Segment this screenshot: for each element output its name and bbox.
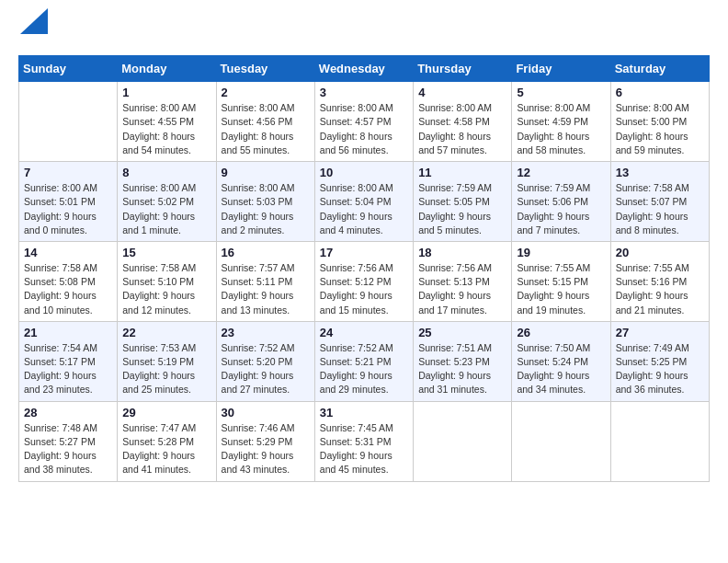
cell-4-4 (414, 401, 512, 481)
cell-2-3: 17Sunrise: 7:56 AMSunset: 5:12 PMDayligh… (314, 241, 413, 321)
day-info: Sunrise: 7:53 AMSunset: 5:19 PMDaylight:… (122, 341, 210, 397)
day-number: 7 (24, 166, 112, 179)
cell-1-5: 12Sunrise: 7:59 AMSunset: 5:06 PMDayligh… (512, 162, 610, 242)
cell-4-2: 30Sunrise: 7:46 AMSunset: 5:29 PMDayligh… (216, 401, 314, 481)
cell-1-6: 13Sunrise: 7:58 AMSunset: 5:07 PMDayligh… (610, 162, 709, 242)
cell-3-2: 23Sunrise: 7:52 AMSunset: 5:20 PMDayligh… (216, 321, 314, 401)
day-number: 11 (418, 166, 506, 179)
day-number: 12 (517, 166, 605, 179)
header-monday: Monday (118, 56, 216, 82)
cell-1-3: 10Sunrise: 8:00 AMSunset: 5:04 PMDayligh… (314, 162, 413, 242)
cell-0-4: 4Sunrise: 8:00 AMSunset: 4:58 PMDaylight… (414, 82, 512, 162)
cell-1-4: 11Sunrise: 7:59 AMSunset: 5:05 PMDayligh… (414, 162, 512, 242)
cell-2-6: 20Sunrise: 7:55 AMSunset: 5:16 PMDayligh… (610, 241, 709, 321)
cell-3-5: 26Sunrise: 7:50 AMSunset: 5:24 PMDayligh… (512, 321, 610, 401)
day-number: 31 (320, 406, 408, 419)
cell-1-0: 7Sunrise: 8:00 AMSunset: 5:01 PMDaylight… (19, 162, 118, 242)
day-number: 8 (122, 166, 210, 179)
cell-3-4: 25Sunrise: 7:51 AMSunset: 5:23 PMDayligh… (414, 321, 512, 401)
day-info: Sunrise: 8:00 AMSunset: 4:55 PMDaylight:… (122, 101, 210, 157)
cell-0-5: 5Sunrise: 8:00 AMSunset: 4:59 PMDaylight… (512, 82, 610, 162)
cell-3-1: 22Sunrise: 7:53 AMSunset: 5:19 PMDayligh… (118, 321, 216, 401)
day-number: 19 (517, 246, 605, 259)
day-number: 15 (122, 246, 210, 259)
day-number: 13 (616, 166, 704, 179)
day-info: Sunrise: 7:49 AMSunset: 5:25 PMDaylight:… (616, 341, 704, 397)
day-number: 29 (122, 406, 210, 419)
week-row-0: 1Sunrise: 8:00 AMSunset: 4:55 PMDaylight… (19, 82, 710, 162)
day-number: 30 (222, 406, 310, 419)
day-info: Sunrise: 7:46 AMSunset: 5:29 PMDaylight:… (222, 421, 310, 477)
cell-0-2: 2Sunrise: 8:00 AMSunset: 4:56 PMDaylight… (216, 82, 314, 162)
day-info: Sunrise: 7:54 AMSunset: 5:17 PMDaylight:… (24, 341, 112, 397)
page-header (18, 18, 710, 40)
day-info: Sunrise: 7:55 AMSunset: 5:16 PMDaylight:… (616, 261, 704, 317)
header-wednesday: Wednesday (314, 56, 413, 82)
day-number: 14 (24, 246, 112, 259)
day-number: 22 (122, 326, 210, 339)
day-info: Sunrise: 7:48 AMSunset: 5:27 PMDaylight:… (24, 421, 112, 477)
day-info: Sunrise: 7:47 AMSunset: 5:28 PMDaylight:… (122, 421, 210, 477)
week-row-4: 28Sunrise: 7:48 AMSunset: 5:27 PMDayligh… (19, 401, 710, 481)
day-info: Sunrise: 7:45 AMSunset: 5:31 PMDaylight:… (320, 421, 408, 477)
day-info: Sunrise: 8:00 AMSunset: 5:02 PMDaylight:… (122, 181, 210, 237)
week-row-3: 21Sunrise: 7:54 AMSunset: 5:17 PMDayligh… (19, 321, 710, 401)
header-thursday: Thursday (414, 56, 512, 82)
day-number: 20 (616, 246, 704, 259)
header-sunday: Sunday (19, 56, 118, 82)
day-number: 6 (616, 86, 704, 99)
day-info: Sunrise: 8:00 AMSunset: 4:59 PMDaylight:… (517, 101, 605, 157)
cell-2-4: 18Sunrise: 7:56 AMSunset: 5:13 PMDayligh… (414, 241, 512, 321)
day-number: 4 (418, 86, 506, 99)
day-number: 1 (122, 86, 210, 99)
day-number: 21 (24, 326, 112, 339)
day-info: Sunrise: 8:00 AMSunset: 5:03 PMDaylight:… (222, 181, 310, 237)
day-info: Sunrise: 8:00 AMSunset: 5:01 PMDaylight:… (24, 181, 112, 237)
day-info: Sunrise: 7:51 AMSunset: 5:23 PMDaylight:… (418, 341, 506, 397)
cell-0-1: 1Sunrise: 8:00 AMSunset: 4:55 PMDaylight… (118, 82, 216, 162)
day-info: Sunrise: 7:50 AMSunset: 5:24 PMDaylight:… (517, 341, 605, 397)
cell-4-0: 28Sunrise: 7:48 AMSunset: 5:27 PMDayligh… (19, 401, 118, 481)
day-info: Sunrise: 7:56 AMSunset: 5:13 PMDaylight:… (418, 261, 506, 317)
logo-icon (20, 8, 48, 34)
day-info: Sunrise: 8:00 AMSunset: 5:04 PMDaylight:… (320, 181, 408, 237)
day-number: 10 (320, 166, 408, 179)
cell-2-1: 15Sunrise: 7:58 AMSunset: 5:10 PMDayligh… (118, 241, 216, 321)
day-number: 28 (24, 406, 112, 419)
day-number: 17 (320, 246, 408, 259)
cell-1-1: 8Sunrise: 8:00 AMSunset: 5:02 PMDaylight… (118, 162, 216, 242)
cell-0-0 (19, 82, 118, 162)
cell-2-0: 14Sunrise: 7:58 AMSunset: 5:08 PMDayligh… (19, 241, 118, 321)
day-info: Sunrise: 7:58 AMSunset: 5:10 PMDaylight:… (122, 261, 210, 317)
header-saturday: Saturday (610, 56, 709, 82)
day-number: 5 (517, 86, 605, 99)
cell-3-0: 21Sunrise: 7:54 AMSunset: 5:17 PMDayligh… (19, 321, 118, 401)
logo (18, 18, 48, 40)
day-info: Sunrise: 7:59 AMSunset: 5:06 PMDaylight:… (517, 181, 605, 237)
day-info: Sunrise: 8:00 AMSunset: 4:57 PMDaylight:… (320, 101, 408, 157)
svg-marker-0 (20, 8, 48, 34)
day-number: 23 (222, 326, 310, 339)
day-number: 3 (320, 86, 408, 99)
week-row-1: 7Sunrise: 8:00 AMSunset: 5:01 PMDaylight… (19, 162, 710, 242)
day-number: 9 (222, 166, 310, 179)
calendar-body: 1Sunrise: 8:00 AMSunset: 4:55 PMDaylight… (19, 82, 710, 481)
day-info: Sunrise: 7:55 AMSunset: 5:15 PMDaylight:… (517, 261, 605, 317)
cell-0-6: 6Sunrise: 8:00 AMSunset: 5:00 PMDaylight… (610, 82, 709, 162)
day-info: Sunrise: 7:52 AMSunset: 5:20 PMDaylight:… (222, 341, 310, 397)
day-info: Sunrise: 7:58 AMSunset: 5:07 PMDaylight:… (616, 181, 704, 237)
header-friday: Friday (512, 56, 610, 82)
day-info: Sunrise: 7:52 AMSunset: 5:21 PMDaylight:… (320, 341, 408, 397)
cell-4-6 (610, 401, 709, 481)
day-info: Sunrise: 7:59 AMSunset: 5:05 PMDaylight:… (418, 181, 506, 237)
day-number: 16 (222, 246, 310, 259)
day-number: 27 (616, 326, 704, 339)
day-info: Sunrise: 8:00 AMSunset: 4:56 PMDaylight:… (222, 101, 310, 157)
day-info: Sunrise: 7:57 AMSunset: 5:11 PMDaylight:… (222, 261, 310, 317)
cell-3-6: 27Sunrise: 7:49 AMSunset: 5:25 PMDayligh… (610, 321, 709, 401)
cell-1-2: 9Sunrise: 8:00 AMSunset: 5:03 PMDaylight… (216, 162, 314, 242)
day-info: Sunrise: 8:00 AMSunset: 4:58 PMDaylight:… (418, 101, 506, 157)
day-info: Sunrise: 7:58 AMSunset: 5:08 PMDaylight:… (24, 261, 112, 317)
cell-0-3: 3Sunrise: 8:00 AMSunset: 4:57 PMDaylight… (314, 82, 413, 162)
cell-2-5: 19Sunrise: 7:55 AMSunset: 5:15 PMDayligh… (512, 241, 610, 321)
